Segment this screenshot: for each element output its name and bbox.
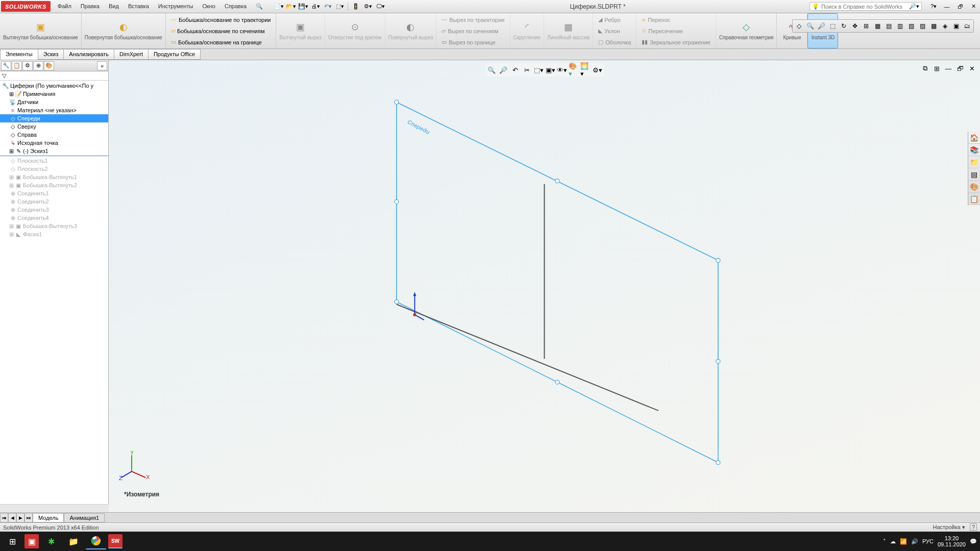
tb-ico-2[interactable]: 🔍 (805, 21, 815, 31)
task-chrome[interactable] (86, 533, 106, 549)
menu-window[interactable]: Окно (198, 1, 219, 12)
screen-capture-icon[interactable]: 🖵▾ (375, 2, 386, 12)
tb-ico-15[interactable]: ▣ (951, 21, 961, 31)
tb-ico-16[interactable]: 🗂 (962, 21, 972, 31)
menu-view[interactable]: Вид (105, 1, 123, 12)
tree-comb1[interactable]: ⊕Соединить1 (0, 189, 108, 197)
taskpane-library-icon[interactable]: 📚 (968, 144, 980, 156)
intersect-button[interactable]: ⊗Пересечение (639, 26, 714, 37)
options-icon[interactable]: ⚙▾ (362, 2, 374, 12)
print-icon[interactable]: 🖨▾ (310, 2, 321, 12)
menu-tools[interactable]: Инструменты (154, 1, 198, 12)
search-go-icon[interactable]: 🔎▾ (909, 3, 919, 10)
tab-office[interactable]: Продукты Office (148, 49, 201, 60)
rollback-bar[interactable] (0, 156, 108, 156)
tree-tab-config[interactable]: ⚙ (22, 61, 33, 70)
tree-comb3[interactable]: ⊕Соединить3 (0, 206, 108, 214)
boundary-cut-button[interactable]: ▭Вырез по границе (438, 37, 507, 48)
tb-ico-5[interactable]: ↻ (839, 21, 849, 31)
tray-notifications-icon[interactable]: 💬 (970, 538, 977, 545)
btab-last[interactable]: ⏭ (24, 513, 33, 522)
tray-cloud-icon[interactable]: ☁ (890, 538, 896, 545)
tree-top-plane[interactable]: ◇Сверху (0, 122, 108, 131)
tree-comb4[interactable]: ⊕Соединить4 (0, 214, 108, 222)
undo-icon[interactable]: ↶▾ (322, 2, 333, 12)
tab-evaluate[interactable]: Анализировать (63, 49, 114, 60)
tree-tab-expand[interactable]: » (97, 61, 107, 70)
taskpane-property-icon[interactable]: 📋 (968, 193, 980, 205)
wrap-button[interactable]: ◈Перенос (639, 14, 714, 26)
btab-model[interactable]: Модель (33, 513, 64, 522)
taskpane-appearance-icon[interactable]: 🎨 (968, 181, 980, 193)
tree-tab-property[interactable]: 📋 (12, 61, 22, 70)
extruded-cut-button[interactable]: ▣ Вытянутый вырез (276, 13, 325, 48)
swept-boss-button[interactable]: 〰Бобышка/основание по траектории (168, 14, 274, 26)
tree-tab-feature[interactable]: 🔧 (1, 61, 11, 70)
tb-ico-13[interactable]: ▩ (928, 21, 939, 31)
tab-sketch[interactable]: Эскиз (38, 49, 64, 60)
tb-ico-14[interactable]: ◈ (940, 21, 950, 31)
task-explorer[interactable]: 📁 (63, 533, 84, 549)
tree-plane2[interactable]: ◇Плоскость2 (0, 165, 108, 173)
hole-wizard-button[interactable]: ⊙ Отверстие под крепеж (325, 13, 385, 48)
select-icon[interactable]: ⬚▾ (334, 2, 346, 12)
restore-icon[interactable]: 🗗 (954, 2, 966, 12)
minimize-icon[interactable]: — (941, 2, 952, 12)
revolved-boss-button[interactable]: ◐ Повернутая бобышка/основание (82, 13, 166, 48)
rebuild-icon[interactable]: 🚦 (350, 2, 361, 12)
menu-search-icon[interactable]: 🔍 (252, 1, 267, 12)
tb-ico-12[interactable]: ▨ (917, 21, 927, 31)
save-icon[interactable]: 💾▾ (298, 2, 309, 12)
menu-insert[interactable]: Вставка (124, 1, 153, 12)
tree-boss2[interactable]: ⊞▣Бобышка-Вытянуть2 (0, 181, 108, 189)
taskpane-file-icon[interactable]: 📁 (968, 156, 980, 168)
tree-boss3[interactable]: ⊞▣Бобышка-Вытянуть3 (0, 222, 108, 230)
revolved-cut-button[interactable]: ◐ Повернутый вырез (385, 13, 437, 48)
fillet-button[interactable]: ◜ Скругление (510, 13, 545, 48)
tree-filter[interactable]: ▽ (0, 71, 108, 81)
tree-origin[interactable]: ↳Исходная точка (0, 139, 108, 147)
new-doc-icon[interactable]: 📄▾ (273, 2, 284, 12)
start-button[interactable]: ⊞ (2, 533, 22, 549)
menu-file[interactable]: Файл (54, 1, 76, 12)
task-app-1[interactable]: ▣ (24, 534, 39, 548)
tray-lang[interactable]: РУС (922, 538, 934, 544)
task-solidworks[interactable]: SW (108, 534, 122, 548)
btab-first[interactable]: ⏮ (0, 513, 8, 522)
tree-comb2[interactable]: ⊕Соединить2 (0, 197, 108, 206)
tray-clock[interactable]: 13:2009.11.2020 (938, 535, 966, 547)
taskpane-home-icon[interactable]: 🏠 (968, 132, 980, 144)
task-app-2[interactable]: ✱ (41, 533, 61, 549)
viewport[interactable]: 🔍 🔎 ↶ ✂ ⬚▾ ▣▾ 👁▾ 🎨▾ 🌅▾ ⚙▾ ⧉ ⊞ — 🗗 ✕ (109, 60, 980, 512)
tree-root[interactable]: 🔧Циферки (По умолчанию<<По у (0, 82, 108, 90)
lofted-boss-button[interactable]: ▱Бобышка/основание по сечениям (168, 26, 274, 37)
rib-button[interactable]: ◢Ребро (595, 14, 634, 26)
tree-sensors[interactable]: 📡Датчики (0, 98, 108, 106)
tb-ico-10[interactable]: ▥ (895, 21, 905, 31)
tree-sketch1[interactable]: ⊞✎(-) Эскиз1 (0, 147, 108, 155)
ref-geometry-button[interactable]: ◇ Справочная геометрия (716, 13, 777, 48)
btab-next[interactable]: ▶ (16, 513, 24, 522)
tab-dimxpert[interactable]: DimXpert (114, 49, 149, 60)
btab-animation[interactable]: Анимация1 (64, 513, 105, 522)
menu-help[interactable]: Справка (220, 1, 251, 12)
taskpane-view-icon[interactable]: ▤ (968, 168, 980, 181)
swept-cut-button[interactable]: 〰Вырез по траектории (438, 14, 507, 26)
tree-plane1[interactable]: ◇Плоскость1 (0, 157, 108, 165)
draft-button[interactable]: ◣Уклон (595, 26, 634, 37)
help-search[interactable]: 💡 🔎▾ (810, 2, 922, 11)
tb-ico-7[interactable]: ⊞ (861, 21, 871, 31)
help-icon[interactable]: ?▾ (928, 2, 939, 12)
tb-ico-11[interactable]: ▧ (906, 21, 916, 31)
menu-edit[interactable]: Правка (77, 1, 104, 12)
btab-prev[interactable]: ◀ (8, 513, 16, 522)
tray-volume-icon[interactable]: 🔊 (911, 538, 918, 545)
tree-chamfer1[interactable]: ⊞◣Фаска1 (0, 230, 108, 238)
tree-front-plane[interactable]: ◇Спереди (0, 114, 108, 122)
status-custom[interactable]: Настройка (933, 524, 960, 530)
tb-ico-4[interactable]: ⬚ (827, 21, 838, 31)
tb-ico-9[interactable]: ▤ (884, 21, 894, 31)
tray-chevron-icon[interactable]: ˄ (883, 538, 886, 545)
boundary-boss-button[interactable]: ▭Бобышка/основание на границе (168, 37, 274, 48)
tree-material[interactable]: ≡Материал <не указан> (0, 106, 108, 114)
